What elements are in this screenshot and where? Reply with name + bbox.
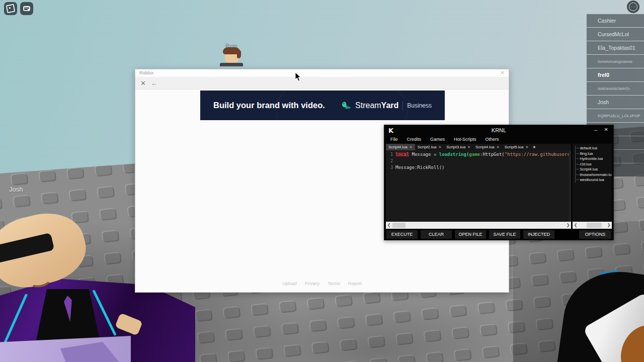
scroll-right-icon[interactable]: ❯ [606, 222, 612, 229]
script-file-item[interactable]: westbound.lua [575, 177, 612, 183]
close-icon[interactable]: ✕ [604, 127, 608, 132]
tab-label: Script5.lua [505, 145, 524, 149]
code-line [395, 158, 569, 164]
player-row[interactable]: Cashier [587, 14, 644, 27]
popup-toolbar: ✕ ← [135, 77, 509, 89]
minimize-icon[interactable]: – [594, 127, 597, 133]
streamyard-ad-banner[interactable]: Build your brand with video. StreamYard … [200, 90, 445, 120]
editor-horizontal-scrollbar[interactable]: ❮ ❯ [386, 222, 571, 229]
footer-link-upload[interactable]: Upload [282, 281, 297, 286]
krnl-save-file-button[interactable]: SAVE FILE [489, 230, 520, 239]
streamyard-wordmark: StreamYard [355, 101, 398, 110]
player-row[interactable]: Ela_Topaktas01 [587, 41, 644, 54]
popup-titlebar: Roblox ✕ [135, 69, 509, 77]
player-row[interactable]: KQRPUZLU_LOL1POP [587, 109, 644, 122]
popup-footer-links: UploadPrivacyTermsReport [135, 281, 509, 286]
player-row[interactable]: frel0 [587, 68, 644, 81]
script-file-item[interactable]: thosewhoremain.lu [575, 172, 612, 178]
menu-item-others[interactable]: Others [486, 137, 499, 142]
script-file-list: default.luafling.luaHydroxide.luar2d.lua… [573, 144, 612, 222]
editor-tab[interactable]: Script4.lua✕ [473, 144, 502, 150]
code-token: local [395, 152, 409, 157]
tab-close-icon[interactable]: ✕ [497, 145, 500, 149]
brand-divider [403, 101, 403, 110]
ad-headline: Build your brand with video. [213, 101, 325, 110]
popup-close-icon[interactable]: ✕ [501, 70, 505, 75]
code-editor[interactable]: 123 local Message = loadstring(game:Http… [386, 150, 571, 222]
line-number: 2 [386, 158, 393, 164]
krnl-main: Script4.lua✕Script2.lua✕Script3.lua✕Scri… [386, 144, 612, 229]
code-token: game [469, 152, 480, 157]
menu-item-hot-scripts[interactable]: Hot-Scripts [454, 137, 476, 142]
menu-item-games[interactable]: Games [430, 137, 445, 142]
tab-label: Script2.lua [418, 145, 437, 149]
script-file-item[interactable]: r2d.lua [575, 162, 612, 167]
tab-close-icon[interactable]: ✕ [525, 145, 528, 149]
tab-close-icon[interactable]: ✕ [438, 145, 441, 149]
tab-close-icon[interactable]: ✕ [467, 145, 470, 149]
krnl-injected-button[interactable]: INJECTED [523, 230, 554, 239]
krnl-open-file-button[interactable]: OPEN FILE [455, 230, 486, 239]
character-shoulders [220, 63, 243, 66]
line-number: 1 [386, 151, 393, 158]
krnl-window: K KRNL – ✕ FileCreditsGamesHot-ScriptsOt… [384, 125, 614, 240]
ellipsis-icon: ··· [629, 3, 637, 11]
player-name: Ela_Topaktas01 [598, 45, 635, 51]
code-line: Message:RickRoll() [395, 164, 569, 171]
player-row[interactable]: Josh [587, 96, 644, 109]
script-file-item[interactable]: fling.lua [575, 151, 612, 157]
editor-tab[interactable]: Script3.lua✕ [444, 144, 473, 150]
toolbar-close-icon[interactable]: ✕ [140, 79, 146, 87]
krnl-options-button[interactable]: OPTIONS [579, 230, 611, 239]
scroll-left-icon[interactable]: ❮ [386, 222, 392, 229]
scroll-left-icon[interactable]: ❮ [573, 222, 579, 229]
scrollbar-thumb[interactable] [587, 223, 602, 228]
toolbar-back-icon[interactable]: ← [151, 79, 157, 87]
krnl-titlebar[interactable]: K KRNL – ✕ [384, 125, 613, 135]
footer-link-report[interactable]: Report [348, 281, 362, 286]
krnl-buttonbar: EXECUTECLEAROPEN FILESAVE FILEINJECTED O… [384, 229, 613, 240]
tab-label: Script4.lua [475, 145, 495, 149]
footer-link-privacy[interactable]: Privacy [305, 281, 320, 286]
chat-bubble-icon [23, 6, 30, 11]
streamyard-duck-icon [342, 101, 351, 110]
code-token: loadstring [439, 152, 466, 157]
line-number: 3 [386, 164, 393, 171]
brand-business-label: Business [407, 102, 432, 109]
player-name: CursedMcLol [598, 31, 629, 37]
player-row[interactable]: IANENHAIINOWAYDI- [587, 82, 644, 95]
editor-tab[interactable]: Script5.lua✕ [502, 144, 531, 150]
player-row[interactable]: CursedMcLol [587, 28, 644, 41]
scroll-right-icon[interactable]: ❯ [565, 222, 571, 229]
script-files-column: default.luafling.luaHydroxide.luar2d.lua… [573, 144, 612, 229]
code-token: Message [409, 152, 434, 157]
files-horizontal-scrollbar[interactable]: ❮ ❯ [573, 222, 612, 229]
chat-button[interactable] [20, 2, 33, 15]
nametag: Josh [9, 186, 23, 193]
character-ryan: Ryan [216, 43, 247, 66]
krnl-execute-button[interactable]: EXECUTE [386, 230, 418, 239]
script-file-item[interactable]: Hydroxide.lua [575, 156, 612, 162]
script-file-item[interactable]: Script4.lua [575, 167, 612, 172]
game-viewport: Ryan Josh ··· CashierCursedMcLolEla_Topa… [0, 0, 644, 362]
new-tab-button[interactable]: + [531, 145, 537, 150]
roblox-menu-button[interactable] [4, 2, 17, 15]
player-name: frel0 [598, 72, 609, 78]
code-token: "https://raw.githubusercontent.com/ [505, 152, 569, 157]
scrollbar-thumb[interactable] [392, 223, 406, 228]
script-file-item[interactable]: default.lua [575, 146, 612, 151]
more-menu-button[interactable]: ··· [627, 1, 639, 13]
menu-item-credits[interactable]: Credits [407, 137, 422, 142]
player-name: KQRPUZLU_LOL1POP [598, 114, 640, 118]
krnl-clear-button[interactable]: CLEAR [421, 230, 452, 239]
footer-link-terms[interactable]: Terms [328, 281, 340, 286]
editor-tab[interactable]: Script2.lua✕ [415, 144, 444, 150]
player-row[interactable]: IIomeIIomcamgozsense [587, 55, 644, 68]
menu-item-file[interactable]: File [390, 137, 398, 142]
tab-close-icon[interactable]: ✕ [410, 145, 413, 149]
editor-tabbar: Script4.lua✕Script2.lua✕Script3.lua✕Scri… [386, 144, 571, 150]
line-number-gutter: 123 [386, 150, 393, 222]
editor-tab[interactable]: Script4.lua✕ [386, 144, 415, 150]
code-area: local Message = loadstring(game:HttpGet(… [393, 150, 569, 222]
code-token: :HttpGet( [480, 152, 505, 157]
